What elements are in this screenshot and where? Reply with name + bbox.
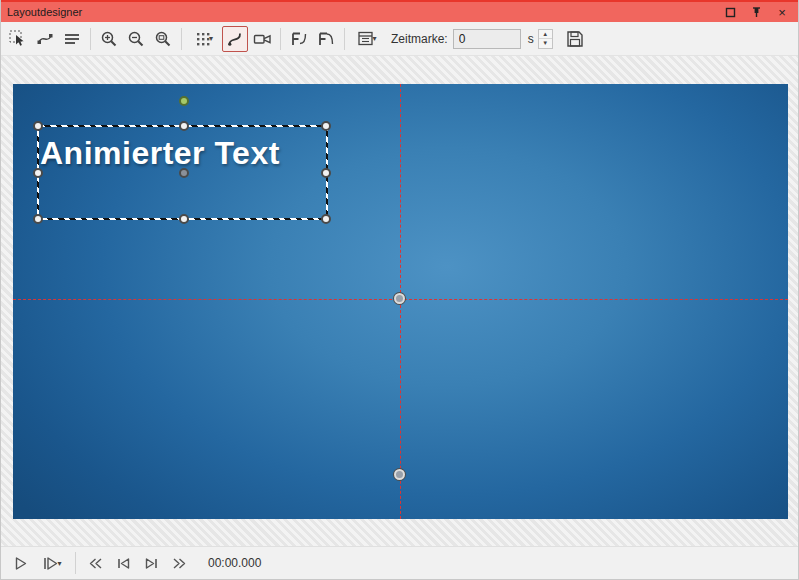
time-display: 00:00.000 (208, 556, 261, 570)
next-frame-button[interactable] (138, 550, 164, 576)
titlebar[interactable]: Layoutdesigner × (1, 0, 798, 22)
text-object-selection[interactable]: Animierter Text (37, 125, 328, 220)
resize-handle-bottom-right[interactable] (321, 214, 331, 224)
resize-handle-bottom-center[interactable] (179, 214, 189, 224)
zoom-fit-button[interactable] (150, 26, 176, 52)
toolbar-separator (181, 28, 182, 50)
layout-canvas[interactable]: Animierter Text (13, 84, 788, 519)
ease-in-curve-icon (290, 30, 308, 48)
skip-to-end-button[interactable] (166, 550, 192, 576)
window-controls: × (722, 4, 792, 20)
zeitmarke-unit-label: s (528, 32, 534, 46)
list-lines-icon (63, 30, 81, 48)
rotation-handle[interactable] (179, 96, 189, 106)
ease-out-button[interactable] (313, 26, 339, 52)
ease-out-curve-icon (317, 30, 335, 48)
resize-handle-top-left[interactable] (33, 121, 43, 131)
camera-icon (253, 30, 272, 48)
skip-forward-icon (171, 555, 188, 572)
timemarker-options-button[interactable]: ▾ (350, 26, 384, 52)
save-floppy-icon (566, 30, 584, 48)
resize-handle-top-center[interactable] (179, 121, 189, 131)
workspace: Animierter Text (1, 56, 798, 547)
restore-window-icon[interactable] (722, 4, 738, 20)
transport-separator (75, 552, 76, 574)
resize-handle-middle-right[interactable] (321, 168, 331, 178)
zoom-fit-icon (154, 30, 172, 48)
save-button[interactable] (562, 26, 588, 52)
window-title: Layoutdesigner (7, 6, 722, 18)
object-center-handle[interactable] (179, 168, 189, 178)
main-toolbar: ▾ (1, 22, 798, 56)
zoom-out-button[interactable] (123, 26, 149, 52)
stepper-up-icon[interactable]: ▲ (539, 30, 552, 40)
grid-settings-button[interactable]: ▾ (187, 26, 221, 52)
layoutdesigner-window: Layoutdesigner × (0, 0, 799, 580)
next-frame-icon (143, 555, 160, 572)
zeitmarke-stepper[interactable]: ▲ ▼ (538, 29, 553, 49)
animated-text-object[interactable]: Animierter Text (40, 135, 280, 172)
play-from-marker-button[interactable]: ▾ (35, 550, 69, 576)
resize-handle-bottom-left[interactable] (33, 214, 43, 224)
zoom-out-icon (127, 30, 145, 48)
zeitmarke-label: Zeitmarke: (391, 32, 448, 46)
chevron-down-icon: ▾ (209, 34, 213, 43)
resize-handle-top-right[interactable] (321, 121, 331, 131)
select-tool-button[interactable] (5, 26, 31, 52)
edit-points-icon (36, 30, 54, 48)
motion-path-handle-end[interactable] (394, 469, 405, 480)
pin-icon[interactable] (748, 4, 764, 20)
toolbar-separator (280, 28, 281, 50)
motion-path-handle-center[interactable] (394, 293, 405, 304)
toolbar-separator (90, 28, 91, 50)
ease-in-button[interactable] (286, 26, 312, 52)
list-view-button[interactable] (59, 26, 85, 52)
chevron-down-icon: ▾ (57, 559, 61, 568)
previous-frame-button[interactable] (110, 550, 136, 576)
select-cursor-icon (9, 30, 27, 48)
skip-to-start-button[interactable] (82, 550, 108, 576)
previous-frame-icon (115, 555, 132, 572)
zoom-in-button[interactable] (96, 26, 122, 52)
transport-bar: ▾ 00:00.000 (1, 546, 798, 579)
motion-curve-icon (226, 30, 244, 48)
zeitmarke-input[interactable] (453, 29, 521, 49)
toolbar-separator (344, 28, 345, 50)
edit-points-button[interactable] (32, 26, 58, 52)
curve-tool-button[interactable] (222, 26, 248, 52)
skip-back-icon (87, 555, 104, 572)
play-button[interactable] (7, 550, 33, 576)
resize-handle-middle-left[interactable] (33, 168, 43, 178)
stepper-down-icon[interactable]: ▼ (539, 39, 552, 48)
play-icon (12, 555, 29, 572)
zoom-in-icon (100, 30, 118, 48)
close-icon[interactable]: × (774, 4, 790, 20)
camera-pan-button[interactable] (249, 26, 275, 52)
chevron-down-icon: ▾ (372, 34, 376, 43)
